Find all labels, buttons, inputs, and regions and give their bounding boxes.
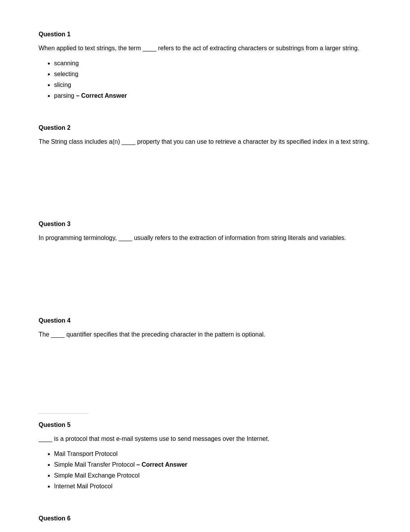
list-item: Simple Mail Transfer Protocol – Correct … xyxy=(54,459,371,470)
list-item: scanning xyxy=(54,58,371,69)
question-1-text: When applied to text strings, the term _… xyxy=(39,43,371,53)
question-5-answers: Mail Transport Protocol Simple Mail Tran… xyxy=(39,449,371,492)
question-1-title: Question 1 xyxy=(39,31,371,38)
question-2-spacer xyxy=(39,151,371,197)
question-6-title: Question 6 xyxy=(39,515,371,522)
list-item: Internet Mail Protocol xyxy=(54,481,371,492)
question-3-spacer xyxy=(39,248,371,294)
list-item: slicing xyxy=(54,80,371,90)
question-4-spacer xyxy=(39,344,371,390)
question-3: Question 3 In programming terminology, _… xyxy=(39,221,371,294)
question-4-text: The ____ quantifier specifies that the p… xyxy=(39,330,371,340)
question-1-answers: scanning selecting slicing parsing – Cor… xyxy=(39,58,371,101)
question-5-text: ____ is a protocol that most e-mail syst… xyxy=(39,434,371,444)
list-item: Mail Transport Protocol xyxy=(54,449,371,459)
question-1: Question 1 When applied to text strings,… xyxy=(39,31,371,101)
question-2-text: The String class includes a(n) ____ prop… xyxy=(39,137,371,147)
question-4-title: Question 4 xyxy=(39,317,371,324)
list-item: selecting xyxy=(54,69,371,80)
list-item: parsing – Correct Answer xyxy=(54,90,371,101)
question-3-title: Question 3 xyxy=(39,221,371,228)
question-2: Question 2 The String class includes a(n… xyxy=(39,124,371,198)
question-3-text: In programming terminology, ____ usually… xyxy=(39,233,371,243)
question-2-title: Question 2 xyxy=(39,124,371,131)
question-5-divider xyxy=(39,413,89,414)
question-4: Question 4 The ____ quantifier specifies… xyxy=(39,317,371,391)
question-5-title: Question 5 xyxy=(39,422,371,428)
question-6: Question 6 xyxy=(39,515,371,522)
list-item: Simple Mail Exchange Protocol xyxy=(54,470,371,481)
question-5: Question 5 ____ is a protocol that most … xyxy=(39,413,371,492)
